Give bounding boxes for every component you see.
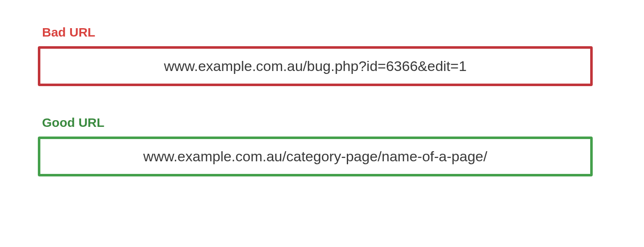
bad-url-text: www.example.com.au/bug.php?id=6366&edit=… [164, 58, 467, 74]
good-url-box: www.example.com.au/category-page/name-of… [38, 137, 593, 176]
good-url-section: Good URL www.example.com.au/category-pag… [38, 116, 606, 176]
good-url-label: Good URL [42, 116, 606, 130]
bad-url-label: Bad URL [42, 25, 606, 39]
bad-url-section: Bad URL www.example.com.au/bug.php?id=63… [38, 25, 606, 86]
good-url-text: www.example.com.au/category-page/name-of… [143, 148, 487, 164]
bad-url-box: www.example.com.au/bug.php?id=6366&edit=… [38, 46, 593, 86]
